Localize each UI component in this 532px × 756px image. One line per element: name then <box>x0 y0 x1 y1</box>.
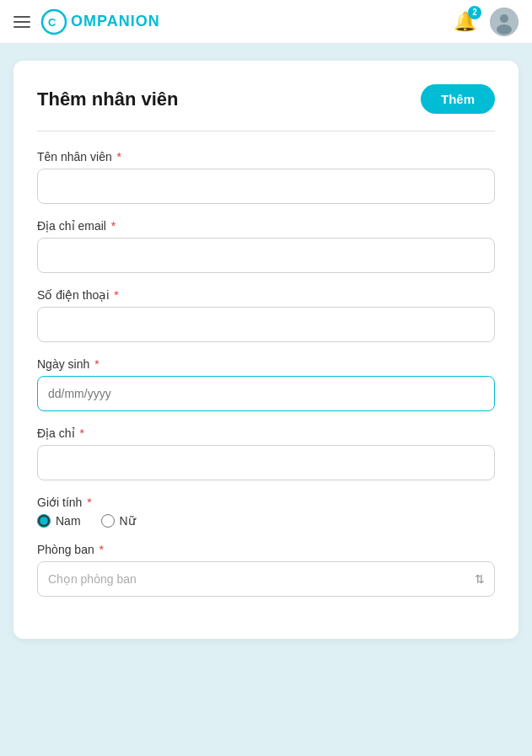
notification-badge: 2 <box>468 6 481 19</box>
svg-point-4 <box>497 24 512 35</box>
gender-group: Giới tính * Nam Nữ <box>37 496 495 528</box>
main-content: Thêm nhân viên Thêm Tên nhân viên * Địa … <box>0 44 532 656</box>
divider <box>37 131 495 131</box>
header-left: C OMPANION <box>13 8 160 35</box>
dob-group: Ngày sinh * <box>37 357 495 411</box>
email-input[interactable] <box>37 238 495 273</box>
dob-label: Ngày sinh * <box>37 357 495 371</box>
email-group: Địa chỉ email * <box>37 219 495 273</box>
phone-input[interactable] <box>37 307 495 342</box>
department-group: Phòng ban * Chọn phòng ban ⇅ <box>37 543 495 597</box>
card-header: Thêm nhân viên Thêm <box>37 84 495 114</box>
department-select-wrapper: Chọn phòng ban ⇅ <box>37 561 495 597</box>
gender-label: Giới tính * <box>37 496 495 509</box>
submit-button[interactable]: Thêm <box>421 84 495 114</box>
gender-nu-radio[interactable] <box>101 514 115 528</box>
address-group: Địa chỉ * <box>37 426 495 480</box>
header-right: 🔔 2 <box>454 8 519 36</box>
add-employee-form: Tên nhân viên * Địa chỉ email * Số điện … <box>37 150 495 597</box>
gender-nam-label[interactable]: Nam <box>37 514 81 528</box>
logo: C OMPANION <box>40 8 160 35</box>
gender-nu-label[interactable]: Nữ <box>101 514 136 528</box>
gender-nu-text: Nữ <box>120 514 136 528</box>
department-label: Phòng ban * <box>37 543 495 556</box>
employee-name-group: Tên nhân viên * <box>37 150 495 204</box>
page-title: Thêm nhân viên <box>37 88 178 110</box>
form-card: Thêm nhân viên Thêm Tên nhân viên * Địa … <box>13 61 519 639</box>
employee-name-label: Tên nhân viên * <box>37 150 495 164</box>
employee-name-input[interactable] <box>37 169 495 204</box>
svg-point-3 <box>500 14 508 23</box>
email-label: Địa chỉ email * <box>37 219 495 233</box>
department-select[interactable]: Chọn phòng ban <box>37 561 495 597</box>
gender-nam-radio[interactable] <box>37 514 51 528</box>
address-label: Địa chỉ * <box>37 426 495 440</box>
hamburger-menu-button[interactable] <box>13 16 30 28</box>
notification-bell[interactable]: 🔔 2 <box>454 11 476 33</box>
address-input[interactable] <box>37 445 495 480</box>
svg-text:C: C <box>48 16 56 29</box>
gender-nam-text: Nam <box>56 514 81 528</box>
dob-input[interactable] <box>37 376 495 411</box>
phone-group: Số điện thoại * <box>37 288 495 342</box>
avatar[interactable] <box>490 8 519 36</box>
header: C OMPANION 🔔 2 <box>0 0 532 44</box>
logo-text: OMPANION <box>71 13 160 30</box>
gender-radio-group: Nam Nữ <box>37 514 495 528</box>
phone-label: Số điện thoại * <box>37 288 495 302</box>
